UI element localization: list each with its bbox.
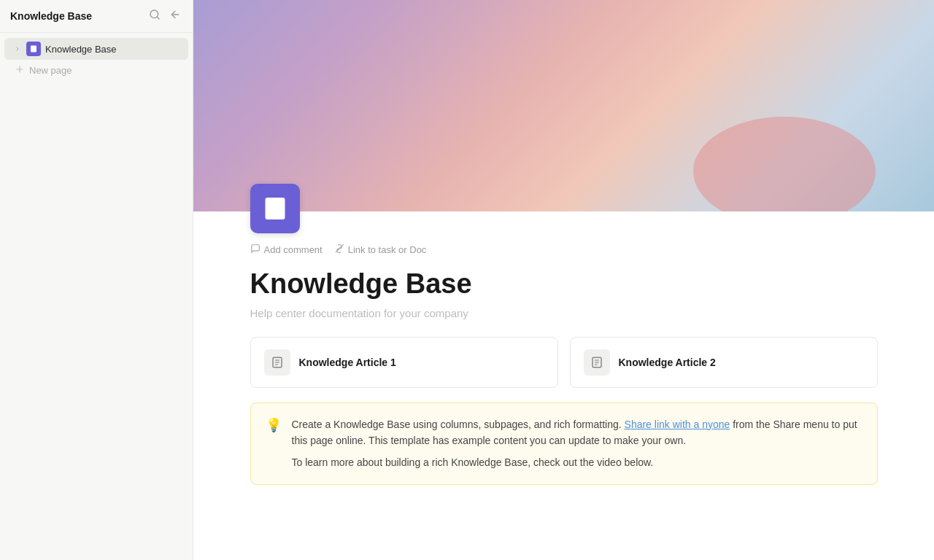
- page-banner: [193, 0, 934, 211]
- page-icon-small: [26, 42, 41, 56]
- page-icon: [250, 184, 300, 233]
- article-card-2[interactable]: Knowledge Article 2: [570, 337, 878, 388]
- collapse-icon[interactable]: [168, 7, 182, 25]
- link-icon: [334, 244, 344, 256]
- article-icon-1: [264, 349, 290, 376]
- sidebar-nav: Knowledge Base New page: [0, 33, 193, 560]
- info-link[interactable]: Share link with a nyone: [625, 419, 730, 430]
- bulb-icon: 💡: [266, 417, 282, 471]
- article-label-2: Knowledge Article 2: [619, 357, 716, 368]
- plus-icon: [15, 64, 25, 77]
- chevron-right-icon: [15, 45, 20, 53]
- page-icon-wrapper: [236, 184, 892, 233]
- main-content: Add comment Link to task or Doc Knowledg…: [193, 0, 934, 560]
- svg-line-1: [157, 17, 159, 19]
- sidebar: Knowledge Base Knowle: [0, 0, 193, 560]
- new-page-button[interactable]: New page: [4, 61, 188, 80]
- sidebar-header-icons: [147, 7, 182, 25]
- article-icon-2: [584, 349, 610, 376]
- article-label-1: Knowledge Article 1: [299, 357, 396, 368]
- sidebar-item-label: Knowledge Base: [45, 44, 117, 55]
- info-text-1: Create a Knowledge Base using columns, s…: [292, 416, 862, 449]
- info-box: 💡 Create a Knowledge Base using columns,…: [250, 402, 878, 485]
- page-toolbar: Add comment Link to task or Doc: [236, 233, 892, 260]
- info-text-2: To learn more about building a rich Know…: [292, 454, 862, 470]
- info-text-before-link: Create a Knowledge Base using columns, s…: [292, 419, 625, 430]
- page-subtitle: Help center documentation for your compa…: [236, 304, 892, 337]
- comment-icon: [250, 244, 260, 256]
- link-label: Link to task or Doc: [348, 244, 427, 255]
- article-card-1[interactable]: Knowledge Article 1: [250, 337, 558, 388]
- info-box-content: Create a Knowledge Base using columns, s…: [292, 416, 862, 471]
- page-content: Add comment Link to task or Doc Knowledg…: [236, 211, 892, 514]
- articles-row: Knowledge Article 1 Knowledge Article 2: [236, 337, 892, 402]
- search-icon[interactable]: [147, 7, 162, 25]
- add-comment-label: Add comment: [264, 244, 323, 255]
- sidebar-item-knowledge-base[interactable]: Knowledge Base: [4, 38, 188, 60]
- sidebar-header: Knowledge Base: [0, 0, 193, 33]
- new-page-label: New page: [29, 65, 72, 76]
- link-button[interactable]: Link to task or Doc: [334, 244, 427, 256]
- add-comment-button[interactable]: Add comment: [250, 244, 323, 256]
- sidebar-title: Knowledge Base: [10, 10, 92, 22]
- page-title: Knowledge Base: [236, 260, 892, 304]
